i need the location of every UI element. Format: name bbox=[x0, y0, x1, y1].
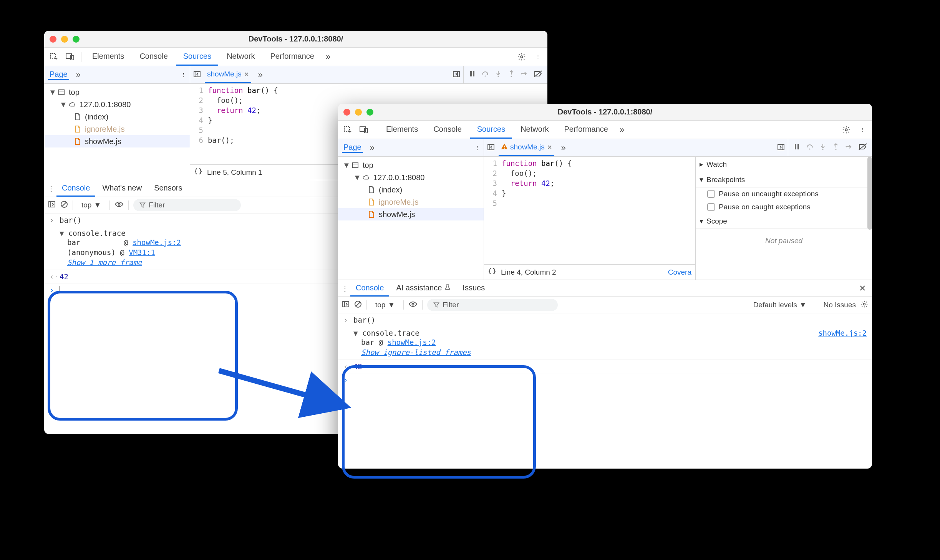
tab-console[interactable]: Console bbox=[426, 121, 468, 139]
kebab-menu-icon[interactable]: ⋮ bbox=[181, 72, 186, 78]
code-lines[interactable]: function bar() { foo(); return 42; } bbox=[502, 158, 695, 264]
file-tab-showme[interactable]: showMe.js ✕ bbox=[205, 66, 251, 83]
close-drawer-icon[interactable]: ✕ bbox=[856, 283, 869, 293]
more-file-tabs-icon[interactable]: » bbox=[558, 143, 569, 153]
clear-console-icon[interactable] bbox=[60, 200, 68, 210]
inspect-icon[interactable] bbox=[340, 123, 355, 137]
trace-location-link[interactable]: showMe.js:2 bbox=[388, 338, 436, 346]
step-into-icon[interactable] bbox=[819, 143, 827, 152]
tree-origin[interactable]: ▼ 127.0.0.1:8080 bbox=[338, 171, 484, 184]
tab-performance[interactable]: Performance bbox=[264, 48, 322, 66]
tree-file-index[interactable]: (index) bbox=[44, 111, 190, 123]
trace-location-link[interactable]: showMe.js:2 bbox=[133, 238, 181, 247]
gear-icon[interactable] bbox=[839, 123, 854, 137]
breakpoints-section[interactable]: ▾Breakpoints bbox=[696, 172, 872, 187]
navigator-tab-page[interactable]: Page bbox=[48, 70, 69, 80]
pause-icon[interactable] bbox=[793, 143, 801, 152]
zoom-icon[interactable] bbox=[366, 109, 373, 116]
gear-icon[interactable] bbox=[860, 300, 868, 310]
tab-network[interactable]: Network bbox=[514, 121, 555, 139]
tree-top[interactable]: ▼ top bbox=[338, 159, 484, 171]
close-icon[interactable] bbox=[343, 109, 350, 116]
deactivate-breakpoints-icon[interactable] bbox=[534, 70, 543, 80]
filter-input[interactable]: Filter bbox=[133, 199, 241, 211]
close-tab-icon[interactable]: ✕ bbox=[547, 144, 552, 151]
pause-caught-checkbox[interactable]: Pause on caught exceptions bbox=[696, 200, 872, 214]
step-icon[interactable] bbox=[845, 143, 853, 152]
no-issues-label[interactable]: No Issues bbox=[824, 301, 856, 309]
scope-section[interactable]: ▾Scope bbox=[696, 214, 872, 229]
zoom-icon[interactable] bbox=[73, 36, 80, 43]
pause-uncaught-checkbox[interactable]: Pause on uncaught exceptions bbox=[696, 187, 872, 200]
tree-origin[interactable]: ▼ 127.0.0.1:8080 bbox=[44, 98, 190, 111]
kebab-menu-icon[interactable]: ⋮ bbox=[855, 123, 870, 137]
step-out-icon[interactable] bbox=[832, 143, 840, 152]
context-selector[interactable]: top▼ bbox=[78, 199, 105, 211]
kebab-menu-icon[interactable]: ⋮ bbox=[47, 184, 55, 193]
deactivate-breakpoints-icon[interactable] bbox=[858, 143, 867, 152]
device-toggle-icon[interactable] bbox=[63, 50, 77, 64]
tab-console[interactable]: Console bbox=[133, 48, 174, 66]
tree-file-index[interactable]: (index) bbox=[338, 184, 484, 196]
drawer-tab-issues[interactable]: Issues bbox=[457, 280, 490, 297]
watch-section[interactable]: ▸Watch bbox=[696, 157, 872, 172]
tab-performance[interactable]: Performance bbox=[557, 121, 615, 139]
step-out-icon[interactable] bbox=[507, 70, 515, 80]
tree-file-ignoreme[interactable]: ignoreMe.js bbox=[44, 123, 190, 135]
drawer-tab-whatsnew[interactable]: What's new bbox=[97, 180, 147, 197]
step-into-icon[interactable] bbox=[494, 70, 502, 80]
expand-icon[interactable]: › bbox=[50, 216, 56, 224]
coverage-link[interactable]: Covera bbox=[668, 268, 691, 277]
drawer-tab-ai[interactable]: AI assistance bbox=[391, 280, 456, 297]
toggle-debugger-icon[interactable] bbox=[777, 143, 785, 152]
tab-elements[interactable]: Elements bbox=[85, 48, 131, 66]
live-expression-icon[interactable] bbox=[114, 201, 124, 209]
pause-icon[interactable] bbox=[468, 70, 476, 80]
minimize-icon[interactable] bbox=[355, 109, 362, 116]
more-tabs-icon[interactable]: » bbox=[617, 125, 627, 135]
live-expression-icon[interactable] bbox=[408, 301, 418, 309]
clear-console-icon[interactable] bbox=[354, 300, 362, 310]
kebab-menu-icon[interactable]: ⋮ bbox=[341, 284, 349, 293]
step-over-icon[interactable] bbox=[806, 143, 814, 152]
scrollbar[interactable] bbox=[867, 157, 872, 230]
file-tab-showme[interactable]: showMe.js ✕ bbox=[499, 139, 554, 156]
tree-file-ignoreme[interactable]: ignoreMe.js bbox=[338, 196, 484, 208]
toggle-navigator-icon[interactable] bbox=[193, 70, 201, 79]
tab-network[interactable]: Network bbox=[220, 48, 262, 66]
show-ignored-frames-link[interactable]: Show ignore-listed frames bbox=[361, 348, 471, 356]
more-nav-tabs-icon[interactable]: » bbox=[73, 70, 84, 80]
device-toggle-icon[interactable] bbox=[356, 123, 371, 137]
console-input[interactable] bbox=[60, 286, 60, 293]
toggle-debugger-icon[interactable] bbox=[453, 70, 460, 79]
drawer-tab-console[interactable]: Console bbox=[350, 280, 389, 297]
more-nav-tabs-icon[interactable]: » bbox=[367, 143, 378, 153]
tab-elements[interactable]: Elements bbox=[379, 121, 425, 139]
tab-sources[interactable]: Sources bbox=[176, 48, 218, 66]
close-icon[interactable] bbox=[50, 36, 56, 43]
console-sidebar-toggle-icon[interactable] bbox=[342, 300, 350, 310]
minimize-icon[interactable] bbox=[61, 36, 68, 43]
tab-sources[interactable]: Sources bbox=[470, 121, 512, 139]
close-tab-icon[interactable]: ✕ bbox=[244, 71, 249, 78]
code-editor[interactable]: 123 45 function bar() { foo(); return 42… bbox=[484, 157, 695, 280]
gear-icon[interactable] bbox=[514, 50, 529, 64]
expand-icon[interactable]: › bbox=[343, 316, 350, 324]
filter-input[interactable]: Filter bbox=[427, 299, 558, 311]
source-location-link[interactable]: showMe.js:2 bbox=[818, 329, 867, 337]
toggle-navigator-icon[interactable] bbox=[487, 143, 495, 152]
console-output[interactable]: › bar() ▼ console.trace bar @ showMe.js:… bbox=[338, 313, 872, 469]
tree-file-showme[interactable]: showMe.js bbox=[44, 135, 190, 147]
step-over-icon[interactable] bbox=[481, 70, 489, 80]
trace-location-link[interactable]: VM31:1 bbox=[129, 248, 155, 257]
pretty-print-icon[interactable] bbox=[194, 167, 202, 177]
pretty-print-icon[interactable] bbox=[488, 267, 496, 277]
context-selector[interactable]: top▼ bbox=[371, 299, 399, 311]
tree-file-showme[interactable]: showMe.js bbox=[338, 208, 484, 220]
step-icon[interactable] bbox=[521, 70, 528, 80]
show-more-frames-link[interactable]: Show 1 more frame bbox=[67, 258, 142, 267]
navigator-tab-page[interactable]: Page bbox=[342, 143, 363, 153]
more-file-tabs-icon[interactable]: » bbox=[255, 70, 266, 80]
inspect-icon[interactable] bbox=[46, 50, 61, 64]
more-tabs-icon[interactable]: » bbox=[323, 52, 333, 62]
